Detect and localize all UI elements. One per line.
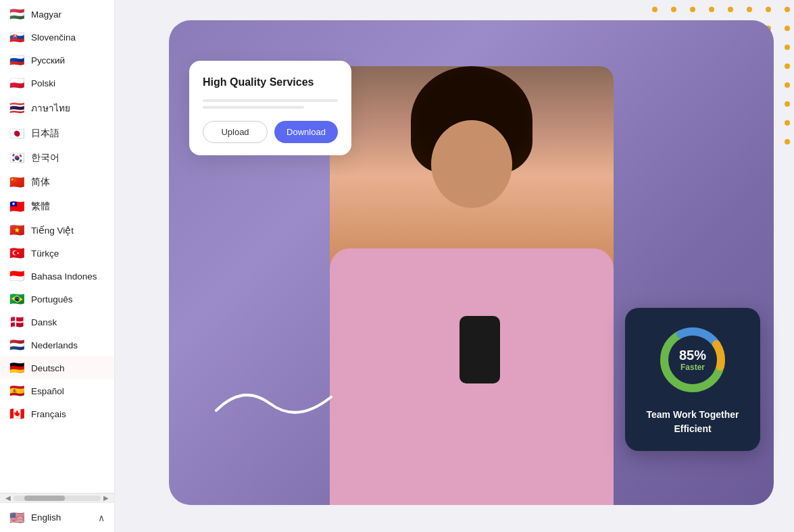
lang-name-português: Português	[31, 294, 73, 304]
hero-card: High Quality Services Upload Download	[169, 20, 774, 505]
current-flag: 🇺🇸	[9, 512, 24, 523]
language-item-português[interactable]: 🇧🇷Português	[0, 288, 114, 311]
stats-team-text: Team Work Together Efficient	[639, 408, 747, 436]
dot	[747, 7, 752, 12]
services-card: High Quality Services Upload Download	[189, 61, 351, 155]
current-language-label: English	[31, 512, 61, 523]
service-line-2	[203, 106, 304, 109]
donut-center: 85% Faster	[679, 348, 706, 372]
upload-button[interactable]: Upload	[203, 121, 268, 143]
person-image	[330, 66, 614, 505]
flag-한국어: 🇰🇷	[9, 153, 24, 163]
dot	[785, 120, 790, 126]
dot	[652, 7, 657, 12]
lang-name-slovenčina: Slovenčina	[31, 32, 76, 43]
dot	[785, 63, 790, 69]
flag-繁體: 🇹🇼	[9, 201, 24, 212]
language-item-türkçe[interactable]: 🇹🇷Türkçe	[0, 242, 114, 265]
flag-nederlands: 🇳🇱	[9, 340, 24, 350]
scrollbar-thumb[interactable]	[24, 496, 65, 501]
flag-slovenčina: 🇸🇰	[9, 32, 24, 43]
lang-name-deutsch: Deutsch	[31, 363, 65, 373]
lang-name-tiếng-việt: Tiếng Việt	[31, 225, 74, 236]
language-item-한국어[interactable]: 🇰🇷한국어	[0, 146, 114, 170]
lang-name-dansk: Dansk	[31, 317, 57, 327]
lang-name-magyar: Magyar	[31, 9, 61, 20]
scroll-right-button[interactable]: ▶	[101, 494, 111, 503]
dot	[766, 7, 771, 12]
lang-name-türkçe: Türkçe	[31, 248, 59, 259]
scrollbar-track	[14, 496, 101, 501]
donut-speed-label: Faster	[679, 363, 706, 372]
wavy-line	[209, 370, 345, 424]
download-button[interactable]: Download	[274, 121, 338, 143]
dot	[785, 7, 790, 12]
language-item-bahasa-indones[interactable]: 🇮🇩Bahasa Indones	[0, 265, 114, 288]
lang-name-简体: 简体	[31, 176, 50, 188]
scroll-left-button[interactable]: ◀	[3, 494, 14, 503]
chevron-up-icon: ∧	[98, 512, 105, 523]
dot	[690, 7, 695, 12]
flag-deutsch: 🇩🇪	[9, 363, 24, 373]
flag-简体: 🇨🇳	[9, 177, 24, 188]
lang-name-français: Français	[31, 409, 66, 419]
dot	[785, 26, 790, 31]
flag-русский: 🇷🇺	[9, 55, 24, 65]
services-lines	[203, 99, 338, 109]
lang-name-繁體: 繁體	[31, 201, 50, 213]
dot	[709, 7, 714, 12]
language-item-日本語[interactable]: 🇯🇵日本語	[0, 122, 114, 146]
lang-name-한국어: 한국어	[31, 152, 59, 164]
flag-español: 🇪🇸	[9, 385, 24, 396]
language-item-繁體[interactable]: 🇹🇼繁體	[0, 194, 114, 219]
dot	[785, 45, 790, 50]
lang-name-español: Español	[31, 386, 64, 396]
language-sidebar: 🇭🇺Magyar🇸🇰Slovenčina🇷🇺Русский🇵🇱Polski🇹🇭ภ…	[0, 0, 115, 532]
lang-name-polski: Polski	[31, 78, 55, 88]
language-item-nederlands[interactable]: 🇳🇱Nederlands	[0, 334, 114, 356]
flag-bahasa-indones: 🇮🇩	[9, 271, 24, 282]
flag-português: 🇧🇷	[9, 294, 24, 304]
language-item-简体[interactable]: 🇨🇳简体	[0, 170, 114, 194]
language-item-ภาษาไทย[interactable]: 🇹🇭ภาษาไทย	[0, 95, 114, 122]
services-buttons: Upload Download	[203, 121, 338, 143]
language-item-tiếng-việt[interactable]: 🇻🇳Tiếng Việt	[0, 219, 114, 242]
service-line-1	[203, 99, 338, 102]
flag-ภาษาไทย: 🇹🇭	[9, 103, 24, 113]
donut-chart-container: 85% Faster	[639, 323, 747, 397]
flag-tiếng-việt: 🇻🇳	[9, 225, 24, 236]
dot	[785, 139, 790, 144]
language-list[interactable]: 🇭🇺Magyar🇸🇰Slovenčina🇷🇺Русский🇵🇱Polski🇹🇭ภ…	[0, 0, 114, 493]
language-item-deutsch[interactable]: 🇩🇪Deutsch	[0, 356, 114, 379]
dot	[671, 7, 676, 12]
horizontal-scrollbar: ◀ ▶	[0, 493, 114, 502]
current-language-display: 🇺🇸 English	[9, 512, 61, 523]
stats-card: 85% Faster Team Work Together Efficient	[625, 308, 760, 451]
main-content: High Quality Services Upload Download	[115, 0, 794, 532]
sidebar-footer[interactable]: 🇺🇸 English ∧	[0, 502, 114, 532]
lang-name-русский: Русский	[31, 55, 65, 65]
flag-日本語: 🇯🇵	[9, 128, 24, 139]
donut-percent: 85%	[679, 348, 706, 363]
dot	[728, 7, 733, 12]
flag-français: 🇨🇦	[9, 408, 24, 419]
language-item-slovenčina[interactable]: 🇸🇰Slovenčina	[0, 26, 114, 49]
language-item-magyar[interactable]: 🇭🇺Magyar	[0, 3, 114, 26]
flag-magyar: 🇭🇺	[9, 9, 24, 20]
flag-türkçe: 🇹🇷	[9, 248, 24, 259]
language-item-français[interactable]: 🇨🇦Français	[0, 402, 114, 425]
lang-name-bahasa-indones: Bahasa Indones	[31, 271, 97, 282]
donut-chart: 85% Faster	[655, 323, 730, 397]
lang-name-nederlands: Nederlands	[31, 340, 78, 350]
lang-name-日本語: 日本語	[31, 128, 59, 140]
flag-polski: 🇵🇱	[9, 78, 24, 88]
language-item-español[interactable]: 🇪🇸Español	[0, 379, 114, 402]
language-item-polski[interactable]: 🇵🇱Polski	[0, 72, 114, 95]
dot	[785, 82, 790, 88]
dot	[785, 101, 790, 107]
language-item-русский[interactable]: 🇷🇺Русский	[0, 49, 114, 72]
services-title: High Quality Services	[203, 76, 338, 90]
language-item-dansk[interactable]: 🇩🇰Dansk	[0, 311, 114, 334]
flag-dansk: 🇩🇰	[9, 317, 24, 327]
lang-name-ภาษาไทย: ภาษาไทย	[31, 101, 70, 115]
